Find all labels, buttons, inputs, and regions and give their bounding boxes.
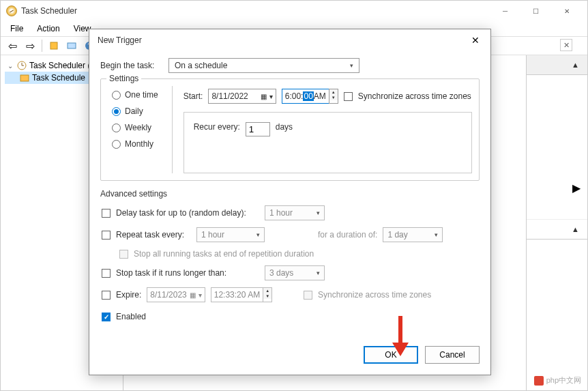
recur-value-input[interactable] (246, 122, 270, 136)
dialog-close-button[interactable]: ✕ (466, 31, 485, 50)
radio-icon (112, 140, 121, 149)
up-arrow-icon[interactable]: ▲ (329, 89, 338, 95)
dialog-titlebar: New Trigger ✕ (89, 29, 490, 51)
expire-checkbox[interactable] (102, 291, 111, 300)
repeat-label: Repeat task every: (116, 230, 191, 240)
stop-longer-combo[interactable]: 3 days▾ (265, 265, 325, 280)
radio-weekly[interactable]: Weekly (112, 123, 158, 132)
stop-running-label: Stop all running tasks at end of repetit… (134, 249, 314, 259)
radio-icon (112, 107, 121, 116)
tree-root-label: Task Scheduler (L (29, 61, 95, 70)
duration-combo[interactable]: 1 day▾ (383, 227, 443, 242)
start-label: Start: (183, 91, 203, 101)
down-arrow-icon[interactable]: ▼ (263, 293, 271, 299)
clock-icon (17, 61, 27, 70)
chevron-down-icon: ▾ (317, 209, 320, 216)
begin-task-select[interactable]: On a schedule ▾ (168, 58, 359, 73)
chevron-down-icon: ▾ (317, 270, 320, 276)
stop-longer-label: Stop task if it runs longer than: (116, 268, 259, 278)
down-arrow-icon[interactable]: ▼ (329, 95, 338, 100)
stop-longer-checkbox[interactable] (102, 269, 111, 278)
calendar-icon: ▦ (190, 291, 196, 299)
panel-close-button[interactable]: ✕ (560, 39, 572, 51)
maximize-button[interactable]: ☐ (520, 1, 551, 21)
radio-one-time[interactable]: One time (112, 90, 158, 100)
action-header-2: ▲ (527, 219, 587, 240)
recur-box: Recur every: days (183, 112, 472, 173)
dialog-title: New Trigger (95, 35, 142, 45)
new-trigger-dialog: New Trigger ✕ Begin the task: On a sched… (89, 29, 491, 375)
close-button[interactable]: ✕ (551, 1, 582, 21)
begin-task-label: Begin the task: (100, 61, 163, 70)
start-date-input[interactable]: 8/11/2022 ▦ ▾ (208, 89, 276, 104)
expire-sync-label: Synchronize across time zones (318, 290, 431, 300)
watermark: php中文网 (534, 375, 581, 386)
menu-file[interactable]: File (5, 23, 29, 35)
chevron-down-icon: ▾ (199, 291, 202, 299)
svg-rect-0 (50, 42, 57, 49)
dialog-footer: OK Cancel (89, 339, 490, 375)
time-spinner[interactable]: ▲▼ (329, 89, 338, 104)
expire-sync-checkbox (304, 291, 312, 300)
watermark-icon (534, 376, 544, 386)
expire-label: Expire: (116, 290, 141, 300)
ok-button[interactable]: OK (364, 346, 418, 364)
titlebar: Task Scheduler ─ ☐ ✕ (1, 1, 587, 21)
sync-tz-checkbox[interactable] (344, 92, 353, 101)
radio-monthly[interactable]: Monthly (112, 139, 158, 149)
repeat-combo[interactable]: 1 hour▾ (196, 227, 265, 242)
sync-tz-label: Synchronize across time zones (358, 91, 471, 101)
delay-label: Delay task for up to (random delay): (116, 208, 259, 218)
enabled-label: Enabled (116, 312, 146, 321)
recur-unit: days (276, 122, 293, 132)
folder-icon (20, 73, 29, 83)
expire-date-input[interactable]: 8/11/2023 ▦▾ (147, 287, 205, 302)
radio-daily[interactable]: Daily (112, 106, 158, 116)
begin-task-value: On a schedule (175, 61, 227, 70)
back-button[interactable]: ⇦ (5, 38, 20, 53)
collapse-icon-2[interactable]: ▲ (569, 222, 582, 236)
chevron-down-icon: ▾ (269, 93, 273, 100)
delay-combo[interactable]: 1 hour▾ (265, 205, 325, 220)
action-header-1: ▲ (527, 55, 587, 75)
radio-icon (112, 91, 121, 100)
scroll-right-icon[interactable]: ▶ (572, 182, 580, 194)
stop-running-checkbox (119, 250, 128, 259)
cancel-button[interactable]: Cancel (425, 346, 480, 364)
svg-rect-7 (20, 75, 29, 81)
menu-action[interactable]: Action (31, 23, 65, 35)
expand-icon[interactable]: ⌄ (8, 62, 14, 70)
expire-time-input[interactable]: 12:33:20 AM (211, 287, 263, 302)
delay-checkbox[interactable] (102, 209, 111, 218)
up-button[interactable] (46, 38, 61, 53)
forward-button[interactable]: ⇨ (23, 38, 38, 53)
minimize-button[interactable]: ─ (490, 1, 520, 21)
duration-label: for a duration of: (318, 230, 377, 240)
window-title: Task Scheduler (21, 6, 77, 16)
chevron-down-icon: ▾ (435, 231, 438, 238)
calendar-icon: ▦ (261, 93, 267, 100)
view-button[interactable] (64, 38, 79, 53)
start-time-input[interactable]: 6:00:00 AM (282, 89, 329, 104)
up-arrow-icon[interactable]: ▲ (263, 288, 271, 293)
collapse-icon[interactable]: ▲ (569, 58, 582, 72)
app-icon (6, 5, 17, 16)
chevron-down-icon: ▾ (350, 62, 353, 69)
svg-rect-1 (68, 43, 76, 48)
radio-icon (112, 124, 121, 132)
settings-fieldset: Settings One time Daily Weekly Monthly S… (100, 78, 480, 181)
recur-label: Recur every: (194, 122, 240, 132)
tree-child-label: Task Schedule (32, 73, 85, 83)
settings-legend: Settings (106, 74, 141, 83)
expire-time-spinner[interactable]: ▲▼ (263, 287, 272, 302)
actions-pane: ▲ ▶ ▲ (526, 55, 587, 390)
repeat-checkbox[interactable] (102, 231, 111, 240)
chevron-down-icon: ▾ (256, 231, 260, 238)
advanced-settings-label: Advanced settings (100, 189, 480, 199)
enabled-checkbox[interactable] (102, 313, 111, 321)
